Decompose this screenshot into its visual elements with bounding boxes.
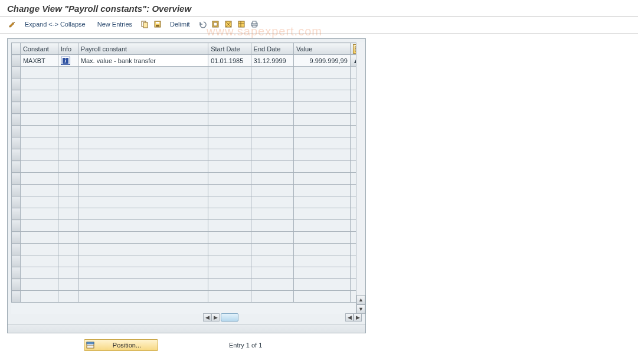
cell-start-date[interactable]	[208, 291, 251, 303]
table-row[interactable]	[12, 126, 362, 137]
col-header-payroll-constant[interactable]: Payroll constant	[78, 43, 208, 55]
row-selector[interactable]	[12, 232, 21, 244]
row-selector[interactable]	[12, 208, 21, 220]
table-row[interactable]	[12, 161, 362, 173]
cell-payroll-constant[interactable]	[78, 102, 208, 114]
table-row[interactable]	[12, 149, 362, 161]
cell-end-date[interactable]	[251, 232, 293, 244]
cell-info[interactable]	[58, 232, 78, 244]
cell-payroll-constant[interactable]	[78, 126, 208, 137]
cell-start-date[interactable]	[208, 173, 251, 185]
cell-payroll-constant[interactable]	[78, 90, 208, 102]
expand-collapse-button[interactable]: Expand <-> Collapse	[20, 19, 90, 29]
cell-end-date[interactable]	[251, 244, 293, 255]
table-row[interactable]	[12, 279, 362, 291]
row-selector[interactable]	[12, 255, 21, 267]
cell-end-date[interactable]	[251, 149, 293, 161]
cell-end-date[interactable]	[251, 279, 293, 291]
cell-payroll-constant[interactable]	[78, 291, 208, 303]
cell-info[interactable]	[58, 78, 78, 90]
cell-payroll-constant[interactable]	[78, 185, 208, 196]
row-selector[interactable]	[12, 102, 21, 114]
cell-constant[interactable]	[20, 78, 58, 90]
cell-end-date[interactable]: 31.12.9999	[251, 55, 293, 67]
cell-constant[interactable]	[20, 161, 58, 173]
row-selector[interactable]	[12, 161, 21, 173]
cell-start-date[interactable]	[208, 102, 251, 114]
cell-constant[interactable]	[20, 208, 58, 220]
cell-end-date[interactable]	[251, 185, 293, 196]
cell-info[interactable]	[58, 196, 78, 208]
toggle-edit-icon[interactable]	[7, 19, 18, 29]
cell-payroll-constant[interactable]	[78, 279, 208, 291]
row-selector[interactable]	[12, 90, 21, 102]
cell-constant[interactable]	[20, 90, 58, 102]
row-selector[interactable]	[12, 279, 21, 291]
cell-value[interactable]	[293, 267, 350, 279]
cell-value[interactable]	[293, 137, 350, 149]
cell-payroll-constant[interactable]	[78, 208, 208, 220]
scrollbar-track[interactable]	[356, 42, 365, 295]
cell-start-date[interactable]	[208, 114, 251, 126]
cell-start-date[interactable]	[208, 208, 251, 220]
cell-end-date[interactable]	[251, 126, 293, 137]
cell-constant[interactable]	[20, 149, 58, 161]
cell-end-date[interactable]	[251, 114, 293, 126]
table-row[interactable]	[12, 102, 362, 114]
table-row[interactable]: MAXBT i Max. value - bank transfer 01.01…	[12, 55, 362, 67]
cell-start-date[interactable]	[208, 149, 251, 161]
cell-info[interactable]	[58, 255, 78, 267]
cell-value[interactable]	[293, 173, 350, 185]
cell-end-date[interactable]	[251, 161, 293, 173]
row-selector[interactable]	[12, 137, 21, 149]
row-selector-header[interactable]	[12, 43, 21, 55]
hscroll-left-2[interactable]: ◀	[345, 313, 354, 322]
cell-info[interactable]	[58, 149, 78, 161]
table-row[interactable]	[12, 114, 362, 126]
cell-end-date[interactable]	[251, 173, 293, 185]
cell-end-date[interactable]	[251, 220, 293, 232]
cell-start-date[interactable]	[208, 232, 251, 244]
row-selector[interactable]	[12, 173, 21, 185]
col-header-info[interactable]: Info	[58, 43, 78, 55]
cell-constant[interactable]	[20, 173, 58, 185]
cell-value[interactable]	[293, 291, 350, 303]
cell-info[interactable]	[58, 185, 78, 196]
cell-value[interactable]	[293, 244, 350, 255]
hscroll-thumb[interactable]	[221, 313, 238, 322]
cell-payroll-constant[interactable]	[78, 255, 208, 267]
cell-start-date[interactable]	[208, 279, 251, 291]
row-selector[interactable]	[12, 220, 21, 232]
cell-constant[interactable]	[20, 244, 58, 255]
scroll-up-spin[interactable]: ▲	[356, 295, 365, 304]
cell-end-date[interactable]	[251, 208, 293, 220]
col-header-start-date[interactable]: Start Date	[208, 43, 251, 55]
cell-value[interactable]	[293, 255, 350, 267]
cell-info[interactable]	[58, 220, 78, 232]
row-selector[interactable]	[12, 244, 21, 255]
cell-constant[interactable]	[20, 291, 58, 303]
cell-start-date[interactable]	[208, 126, 251, 137]
cell-payroll-constant[interactable]	[78, 137, 208, 149]
cell-constant[interactable]	[20, 137, 58, 149]
table-row[interactable]	[12, 208, 362, 220]
cell-info[interactable]	[58, 114, 78, 126]
hscroll-left[interactable]: ◀	[203, 313, 211, 322]
save-icon[interactable]	[152, 19, 163, 29]
cell-end-date[interactable]	[251, 255, 293, 267]
col-header-end-date[interactable]: End Date	[251, 43, 293, 55]
cell-start-date[interactable]	[208, 137, 251, 149]
cell-payroll-constant[interactable]	[78, 67, 208, 78]
row-selector[interactable]	[12, 291, 21, 303]
table-row[interactable]	[12, 90, 362, 102]
table-row[interactable]	[12, 291, 362, 303]
cell-payroll-constant[interactable]	[78, 114, 208, 126]
cell-value[interactable]	[293, 67, 350, 78]
cell-end-date[interactable]	[251, 67, 293, 78]
cell-payroll-constant[interactable]	[78, 220, 208, 232]
cell-start-date[interactable]	[208, 67, 251, 78]
hscroll-right-2[interactable]: ▶	[354, 313, 362, 322]
cell-payroll-constant[interactable]	[78, 173, 208, 185]
cell-info[interactable]	[58, 137, 78, 149]
cell-constant[interactable]	[20, 114, 58, 126]
